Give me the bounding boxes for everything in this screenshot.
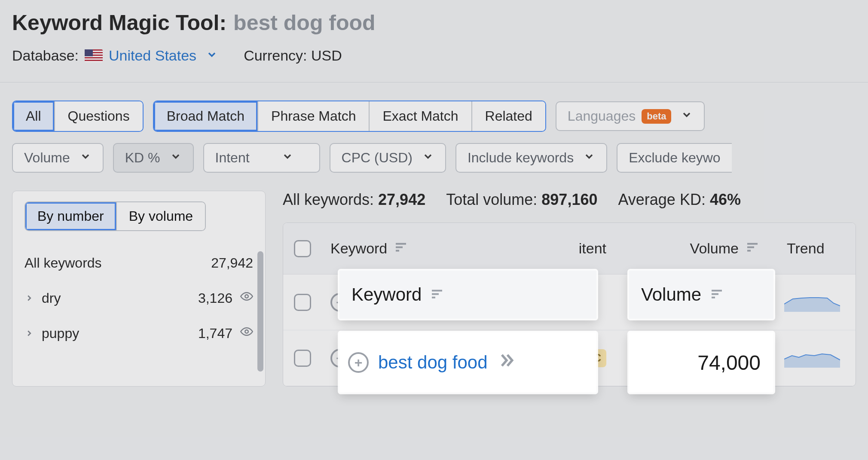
beta-badge: beta (642, 109, 671, 124)
tab-all[interactable]: All (13, 101, 55, 131)
tab-questions[interactable]: Questions (55, 101, 143, 131)
stat-all-keywords: All keywords: 27,942 (283, 191, 425, 209)
sidebar-group-puppy[interactable]: puppy 1,747 (12, 316, 265, 351)
col-keyword[interactable]: Keyword (322, 240, 563, 257)
match-tabs: Broad Match Phrase Match Exact Match Rel… (153, 101, 546, 132)
add-icon[interactable]: + (330, 349, 349, 368)
col-intent[interactable]: itent (563, 240, 615, 257)
svg-point-0 (245, 295, 248, 298)
database-label: Database: (12, 47, 79, 64)
query-text: best dog food (233, 10, 376, 35)
tab-phrase-match[interactable]: Phrase Match (258, 101, 370, 131)
filter-kd[interactable]: KD % (113, 143, 194, 173)
trend-sparkline (784, 347, 840, 368)
divider (0, 82, 868, 82)
scope-tabs: All Questions (12, 101, 144, 132)
svg-point-1 (245, 330, 248, 333)
col-trend[interactable]: Trend (770, 240, 856, 257)
trend-cell (770, 291, 856, 314)
svg-rect-7 (747, 250, 751, 251)
tab-exact-match[interactable]: Exact Match (370, 101, 472, 131)
add-icon[interactable]: + (330, 293, 349, 312)
database-value: United States (109, 47, 196, 64)
currency-display: Currency: USD (244, 47, 342, 64)
keyword-cell[interactable]: + best dog food brands (322, 339, 563, 377)
tab-related[interactable]: Related (472, 101, 545, 131)
chevrons-right-icon[interactable] (358, 358, 495, 377)
select-all-checkbox[interactable] (294, 240, 311, 257)
chevron-right-icon (24, 290, 34, 306)
chevrons-right-icon[interactable] (476, 291, 495, 314)
us-flag-icon (85, 49, 103, 62)
chevron-down-icon (422, 150, 434, 166)
chevron-right-icon (24, 326, 34, 341)
table-row: + best dog food brands C 22,200 (283, 330, 856, 386)
filter-intent[interactable]: Intent (203, 143, 320, 173)
svg-rect-5 (747, 243, 758, 244)
svg-rect-3 (396, 246, 403, 248)
svg-rect-2 (396, 243, 406, 244)
filter-exclude-keywords[interactable]: Exclude keywo (617, 143, 731, 173)
svg-rect-4 (396, 250, 399, 251)
sort-by-volume[interactable]: By volume (117, 202, 205, 230)
chevron-down-icon (681, 108, 693, 124)
sidebar-all-keywords[interactable]: All keywords 27,942 (12, 246, 265, 280)
trend-sparkline (784, 291, 840, 312)
sort-icon (394, 240, 408, 257)
filter-volume[interactable]: Volume (12, 143, 104, 173)
eye-icon[interactable] (240, 325, 253, 341)
volume-cell: 22,200 (615, 349, 770, 367)
tool-name: Keyword Magic Tool: (12, 10, 226, 35)
chevron-down-icon (206, 47, 218, 64)
table-row: + best dog food 74,000 (283, 274, 856, 330)
trend-cell (770, 347, 856, 369)
database-selector[interactable]: Database: United States (12, 47, 218, 64)
chevron-down-icon (583, 150, 595, 166)
row-checkbox[interactable] (294, 350, 311, 367)
filter-include-keywords[interactable]: Include keywords (455, 143, 607, 173)
row-checkbox[interactable] (294, 294, 311, 311)
sidebar-group-dry[interactable]: dry 3,126 (12, 280, 265, 316)
svg-rect-6 (747, 246, 754, 248)
intent-badge: C (588, 349, 606, 367)
scrollbar-thumb[interactable] (257, 251, 263, 372)
results-panel: All keywords: 27,942 Total volume: 897,1… (283, 191, 856, 387)
eye-icon[interactable] (240, 290, 253, 306)
sort-icon (746, 240, 759, 257)
filter-cpc[interactable]: CPC (USD) (330, 143, 446, 173)
stat-total-volume: Total volume: 897,160 (446, 191, 597, 209)
sidebar-sort-tabs: By number By volume (24, 201, 206, 231)
chevron-down-icon (281, 150, 293, 166)
keyword-cell[interactable]: + best dog food (322, 291, 563, 314)
table-header: Keyword itent Volume (283, 223, 856, 274)
tab-broad-match[interactable]: Broad Match (154, 101, 258, 131)
chevron-down-icon (170, 150, 182, 166)
keyword-groups-sidebar: By number By volume All keywords 27,942 … (12, 191, 266, 387)
volume-cell: 74,000 (615, 292, 770, 313)
sort-by-number[interactable]: By number (25, 202, 117, 230)
chevron-down-icon (79, 150, 92, 166)
languages-dropdown[interactable]: Languages beta (556, 101, 705, 131)
col-volume[interactable]: Volume (615, 240, 770, 257)
page-title: Keyword Magic Tool: best dog food (12, 10, 856, 35)
stat-avg-kd: Average KD: 46% (618, 191, 741, 209)
keywords-table: Keyword itent Volume (283, 222, 856, 387)
